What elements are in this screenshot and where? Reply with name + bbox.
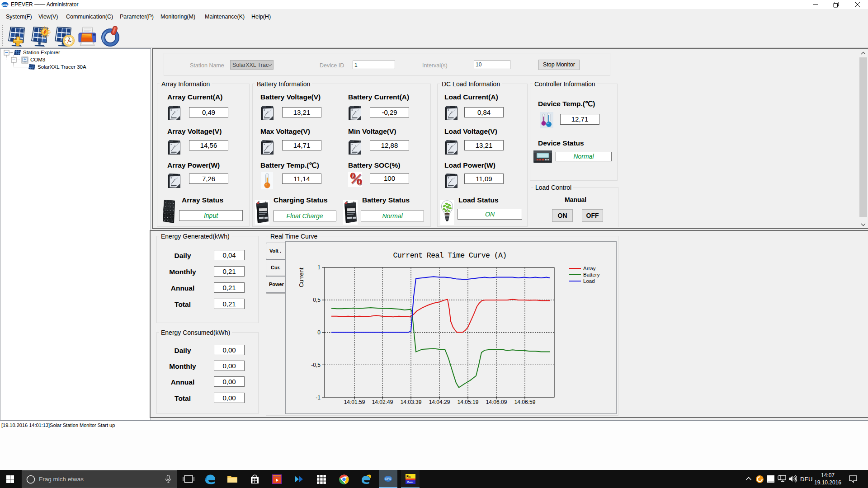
svg-text:Fix: Fix — [406, 475, 411, 478]
svg-text:Array: Array — [583, 266, 596, 271]
svg-text:14:05:19: 14:05:19 — [458, 399, 479, 405]
svg-text:Current Real Time Curve (A): Current Real Time Curve (A) — [393, 251, 506, 260]
svg-text:14:06:59: 14:06:59 — [514, 399, 536, 405]
svg-text:Current: Current — [298, 267, 305, 287]
svg-text:Foto: Foto — [407, 481, 413, 483]
svg-text:Load: Load — [583, 278, 595, 284]
svg-text:0,5: 0,5 — [313, 297, 321, 303]
svg-text:-1: -1 — [316, 394, 321, 401]
svg-text:Battery: Battery — [583, 272, 600, 277]
svg-text:0: 0 — [317, 329, 321, 336]
svg-text:14:04:29: 14:04:29 — [429, 399, 450, 405]
svg-text:14:01:59: 14:01:59 — [344, 399, 365, 405]
svg-text:14:02:49: 14:02:49 — [372, 399, 393, 405]
svg-text:-0,5: -0,5 — [311, 362, 321, 368]
svg-text:EPS: EPS — [385, 477, 392, 480]
svg-text:14:03:39: 14:03:39 — [401, 399, 422, 405]
svg-text:1: 1 — [317, 264, 321, 271]
svg-text:14:06:09: 14:06:09 — [486, 399, 507, 405]
